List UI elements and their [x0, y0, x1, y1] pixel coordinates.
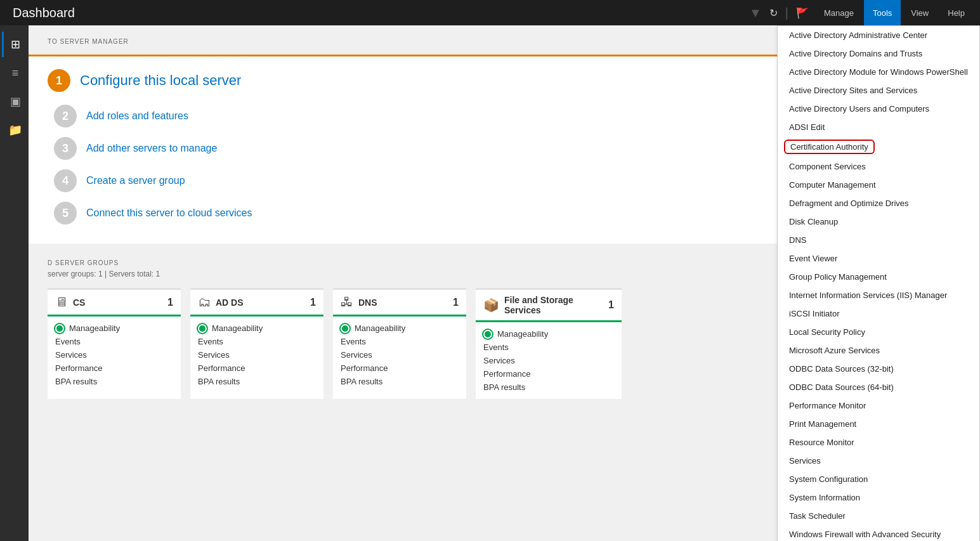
card-dns-header-left: 🖧 DNS — [341, 295, 377, 310]
tools-menu-item-23[interactable]: Services — [778, 452, 979, 470]
tools-menu-item-19[interactable]: ODBC Data Sources (64-bit) — [778, 378, 979, 396]
step4-text[interactable]: Create a server group — [86, 175, 185, 186]
tools-menu-item-11[interactable]: DNS — [778, 231, 979, 249]
dns-performance-label: Performance — [341, 363, 388, 373]
header-actions: ▼ ↻ | 🚩 Manage Tools View Help — [748, 0, 974, 25]
cs-services-row: Services — [55, 348, 173, 362]
refresh-button[interactable]: ↻ — [764, 0, 783, 25]
dns-manageability-icon — [341, 324, 350, 333]
card-cs: 🖥 CS 1 Manageability Events — [48, 288, 181, 399]
tools-menu-item-3[interactable]: Active Directory Sites and Services — [778, 81, 979, 100]
tools-menu-item-20[interactable]: Performance Monitor — [778, 396, 979, 415]
adds-events-label: Events — [198, 337, 223, 346]
adds-performance-row: Performance — [198, 362, 316, 375]
card-filestorage-header-left: 📦 File and Storage Services — [483, 295, 608, 315]
tools-menu-item-5[interactable]: ADSI Edit — [778, 118, 979, 136]
tools-button[interactable]: Tools — [864, 0, 901, 25]
tools-menu-item-2[interactable]: Active Directory Module for Windows Powe… — [778, 63, 979, 81]
adds-icon: 🗂 — [198, 295, 211, 310]
tools-menu-item-4[interactable]: Active Directory Users and Computers — [778, 100, 979, 118]
adds-bpa-row: BPA results — [198, 375, 316, 388]
view-button[interactable]: View — [902, 0, 938, 25]
step3-circle: 3 — [54, 137, 77, 160]
tools-menu-item-16[interactable]: Local Security Policy — [778, 323, 979, 341]
filestorage-services-label: Services — [483, 356, 515, 365]
adds-services-label: Services — [198, 350, 230, 360]
cs-bpa-label: BPA results — [55, 377, 97, 386]
step4-circle: 4 — [54, 169, 77, 192]
cs-bpa-row: BPA results — [55, 375, 173, 388]
filestorage-events-label: Events — [483, 342, 509, 352]
adds-manageability-row: Manageability — [198, 322, 316, 335]
adds-performance-label: Performance — [198, 363, 245, 373]
step3-text[interactable]: Add other servers to manage — [86, 143, 217, 154]
tools-menu-item-1[interactable]: Active Directory Domains and Trusts — [778, 44, 979, 63]
card-cs-header[interactable]: 🖥 CS 1 — [48, 290, 181, 316]
app-title: Dashboard — [13, 6, 75, 20]
help-button[interactable]: Help — [939, 0, 974, 25]
dns-bpa-label: BPA results — [341, 377, 382, 386]
card-adds-body: Manageability Events Services Performanc… — [190, 316, 323, 393]
tools-menu-item-26[interactable]: Task Scheduler — [778, 507, 979, 525]
card-adds-header[interactable]: 🗂 AD DS 1 — [190, 290, 323, 316]
flag-button[interactable]: 🚩 — [791, 0, 814, 25]
adds-count: 1 — [310, 297, 316, 308]
tools-menu-item-25[interactable]: System Information — [778, 488, 979, 507]
dns-count: 1 — [453, 297, 459, 308]
cs-performance-label: Performance — [55, 363, 102, 373]
dns-manageability-label: Manageability — [355, 323, 405, 333]
filestorage-manageability-row: Manageability — [483, 327, 614, 341]
tools-menu-item-17[interactable]: Microsoft Azure Services — [778, 341, 979, 360]
tools-menu-item-15[interactable]: iSCSI Initiator — [778, 304, 979, 323]
card-filestorage-body: Manageability Events Services Performanc… — [476, 322, 622, 399]
dns-title: DNS — [358, 297, 377, 308]
tools-menu-item-7[interactable]: Component Services — [778, 157, 979, 176]
tools-menu-item-21[interactable]: Print Management — [778, 415, 979, 433]
card-filestorage-header[interactable]: 📦 File and Storage Services 1 — [476, 290, 622, 322]
step2-text[interactable]: Add roles and features — [86, 110, 188, 122]
tools-menu-item-9[interactable]: Defragment and Optimize Drives — [778, 194, 979, 212]
tools-menu-item-13[interactable]: Group Policy Management — [778, 268, 979, 286]
card-dns: 🖧 DNS 1 Manageability Events — [333, 288, 466, 399]
tools-menu-item-24[interactable]: System Configuration — [778, 470, 979, 488]
tools-menu-item-22[interactable]: Resource Monitor — [778, 433, 979, 452]
card-adds: 🗂 AD DS 1 Manageability Events — [190, 288, 323, 399]
card-dns-header[interactable]: 🖧 DNS 1 — [333, 290, 466, 316]
sidebar-item-file-services[interactable]: 📁 — [2, 117, 27, 143]
adds-events-row: Events — [198, 335, 316, 348]
dns-performance-row: Performance — [341, 362, 459, 375]
sidebar-item-dashboard[interactable]: ⊞ — [2, 32, 27, 57]
filestorage-performance-label: Performance — [483, 369, 530, 379]
cs-events-row: Events — [55, 335, 173, 348]
dns-bpa-row: BPA results — [341, 375, 459, 388]
dns-icon: 🖧 — [341, 295, 353, 310]
dns-events-row: Events — [341, 335, 459, 348]
sidebar: ⊞ ≡ ▣ 📁 — [0, 25, 29, 541]
tools-menu-item-14[interactable]: Internet Information Services (IIS) Mana… — [778, 286, 979, 304]
filestorage-manageability-icon — [483, 330, 492, 339]
tools-menu-item-8[interactable]: Computer Management — [778, 176, 979, 194]
card-cs-body: Manageability Events Services Performanc… — [48, 316, 181, 393]
tools-menu-item-0[interactable]: Active Directory Administrative Center — [778, 26, 979, 44]
filestorage-performance-row: Performance — [483, 367, 614, 381]
cert-authority-highlighted[interactable]: Certification Authority — [784, 140, 875, 154]
cs-manageability-row: Manageability — [55, 322, 173, 335]
tools-menu-item-18[interactable]: ODBC Data Sources (32-bit) — [778, 360, 979, 378]
manage-button[interactable]: Manage — [815, 0, 863, 25]
sidebar-item-local-server[interactable]: ≡ — [2, 60, 27, 86]
sidebar-item-all-servers[interactable]: ▣ — [2, 89, 27, 114]
step1-text[interactable]: Configure this local server — [80, 72, 241, 89]
adds-manageability-label: Manageability — [212, 323, 263, 333]
cs-title: CS — [73, 297, 85, 308]
cs-events-label: Events — [55, 337, 81, 346]
tools-menu-item-12[interactable]: Event Viewer — [778, 249, 979, 268]
step5-text[interactable]: Connect this server to cloud services — [86, 207, 252, 219]
tools-menu-item-27[interactable]: Windows Firewall with Advanced Security — [778, 525, 979, 541]
adds-services-row: Services — [198, 348, 316, 362]
card-cs-header-left: 🖥 CS — [55, 295, 85, 310]
tools-menu-item-10[interactable]: Disk Cleanup — [778, 212, 979, 231]
separator2: | — [784, 6, 790, 20]
cs-services-label: Services — [55, 350, 87, 360]
tools-menu-item-6[interactable]: Certification Authority — [778, 136, 979, 157]
dns-manageability-row: Manageability — [341, 322, 459, 335]
